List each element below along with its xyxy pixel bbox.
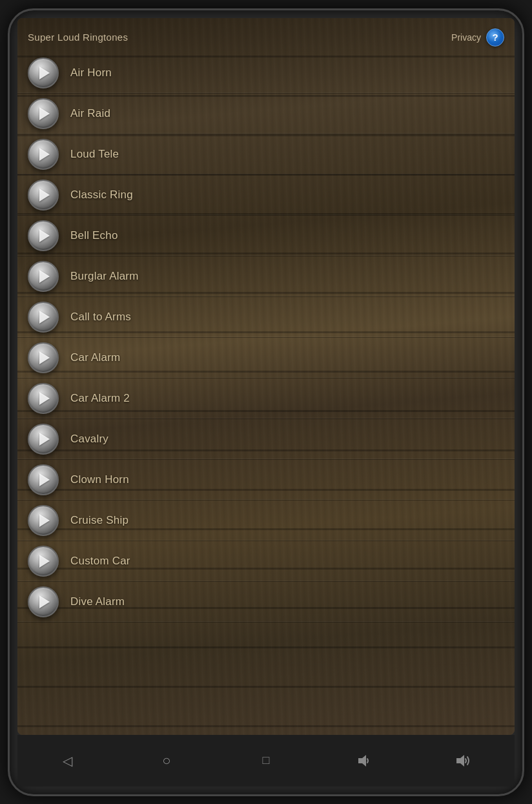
ringtone-name: Air Horn <box>70 67 112 79</box>
ringtone-item[interactable]: Dive Alarm <box>17 582 515 623</box>
ringtone-name: Loud Tele <box>70 148 119 161</box>
ringtone-name: Custom Car <box>70 555 130 568</box>
tablet-frame: Super Loud Ringtones Privacy ? Air HornA… <box>8 8 524 796</box>
ringtone-name: Air Raid <box>70 107 110 120</box>
svg-marker-0 <box>358 755 366 767</box>
play-icon <box>39 67 50 79</box>
play-icon <box>39 351 50 364</box>
volume-down-button[interactable] <box>351 747 380 775</box>
ringtone-item[interactable]: Burglar Alarm <box>17 256 515 297</box>
volume-up-button[interactable] <box>451 747 479 775</box>
help-button[interactable]: ? <box>486 28 504 46</box>
play-button-10[interactable] <box>28 424 59 455</box>
ringtone-item[interactable]: Loud Tele <box>17 134 515 175</box>
play-button-9[interactable] <box>28 383 59 414</box>
play-icon <box>39 270 50 283</box>
play-button-14[interactable] <box>28 586 59 617</box>
ringtone-item[interactable]: Car Alarm <box>17 338 515 378</box>
play-icon <box>39 433 50 446</box>
ringtone-name: Cavalry <box>70 433 108 446</box>
ringtone-item[interactable]: Custom Car <box>17 541 515 582</box>
ringtone-name: Cruise Ship <box>70 514 128 527</box>
play-icon <box>39 148 50 161</box>
ringtone-name: Dive Alarm <box>70 595 125 608</box>
ringtone-item[interactable]: Cavalry <box>17 419 515 460</box>
play-button-4[interactable] <box>28 180 59 211</box>
play-icon <box>39 189 50 201</box>
header-right: Privacy ? <box>451 28 504 46</box>
app-title: Super Loud Ringtones <box>28 32 128 43</box>
content-area: Super Loud Ringtones Privacy ? Air HornA… <box>17 18 515 735</box>
play-icon <box>39 555 50 568</box>
play-icon <box>39 107 50 120</box>
ringtone-list: Air HornAir RaidLoud TeleClassic RingBel… <box>17 53 515 623</box>
screen: Super Loud Ringtones Privacy ? Air HornA… <box>17 18 515 735</box>
play-button-11[interactable] <box>28 464 59 495</box>
ringtone-name: Bell Echo <box>70 229 118 242</box>
play-button-8[interactable] <box>28 342 59 373</box>
play-button-5[interactable] <box>28 220 59 251</box>
svg-marker-1 <box>456 755 464 767</box>
ringtone-name: Burglar Alarm <box>70 270 139 283</box>
app-header: Super Loud Ringtones Privacy ? <box>17 18 515 53</box>
home-button[interactable] <box>152 747 181 775</box>
ringtone-name: Car Alarm <box>70 351 120 364</box>
play-button-7[interactable] <box>28 302 59 333</box>
navigation-bar <box>17 735 515 787</box>
ringtone-item[interactable]: Clown Horn <box>17 460 515 500</box>
ringtone-item[interactable]: Car Alarm 2 <box>17 378 515 419</box>
back-button[interactable] <box>53 747 81 775</box>
play-button-6[interactable] <box>28 261 59 292</box>
ringtone-item[interactable]: Bell Echo <box>17 216 515 256</box>
recents-button[interactable] <box>252 747 280 775</box>
play-icon <box>39 514 50 527</box>
play-icon <box>39 392 50 405</box>
play-button-3[interactable] <box>28 139 59 170</box>
ringtone-item[interactable]: Air Raid <box>17 94 515 134</box>
ringtone-name: Clown Horn <box>70 473 129 486</box>
ringtone-name: Car Alarm 2 <box>70 392 130 405</box>
ringtone-item[interactable]: Air Horn <box>17 53 515 94</box>
privacy-link[interactable]: Privacy <box>451 32 481 43</box>
ringtone-name: Classic Ring <box>70 189 133 201</box>
play-icon <box>39 473 50 486</box>
play-button-12[interactable] <box>28 505 59 536</box>
ringtone-item[interactable]: Call to Arms <box>17 297 515 338</box>
play-icon <box>39 311 50 324</box>
play-icon <box>39 595 50 608</box>
ringtone-item[interactable]: Cruise Ship <box>17 500 515 541</box>
ringtone-item[interactable]: Classic Ring <box>17 175 515 216</box>
play-button-1[interactable] <box>28 57 59 88</box>
play-button-13[interactable] <box>28 546 59 577</box>
ringtone-name: Call to Arms <box>70 311 131 324</box>
play-icon <box>39 229 50 242</box>
play-button-2[interactable] <box>28 98 59 129</box>
